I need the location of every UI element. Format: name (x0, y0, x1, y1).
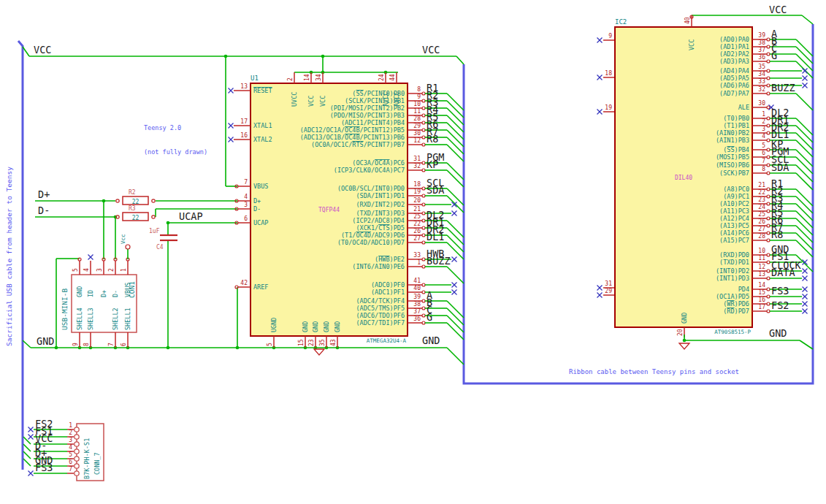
pin-number: 14 (304, 74, 310, 81)
pin-number: 13 (240, 83, 248, 90)
pin-end-circle (767, 217, 770, 220)
bus-entry (796, 233, 813, 250)
pin-end-circle (767, 188, 770, 191)
pin-end-circle (422, 265, 425, 268)
pin-number: 5 (72, 268, 79, 272)
part-ic2[interactable]: AT90S8515-P (714, 329, 751, 335)
pin-name: (ICP2/ADC8)PD4 (352, 217, 405, 224)
pin-name: (AIN1)PB3 (716, 137, 749, 144)
pin-number: 5 (69, 451, 72, 458)
net-label-R8[interactable]: R8 (427, 133, 438, 145)
bus-entry (796, 140, 813, 157)
pin-end-circle (767, 84, 770, 87)
pin-name: (SCK)PB7 (719, 169, 749, 177)
pin-name: (AD5)PA5 (719, 75, 749, 82)
pin-name: (XCK1/CTS)PD5 (356, 224, 405, 232)
pin-end-circle (767, 253, 770, 256)
pin-number: 32 (758, 86, 765, 93)
value-conn7[interactable]: B7K-PH-K-S1 (83, 438, 91, 479)
power-label-UCAP[interactable]: UCAP (179, 210, 203, 222)
value-u1[interactable]: TQFP44 (318, 207, 340, 213)
pin-number: 38 (413, 301, 421, 308)
bus-entry (447, 235, 464, 252)
usb-cable-bus[interactable] (18, 41, 23, 470)
pin-end-circle (422, 194, 425, 197)
net-label-SDA[interactable]: SDA (771, 161, 789, 173)
junction-dot (102, 199, 106, 203)
net-label-KP[interactable]: KP (427, 159, 438, 170)
pin-number: 3 (762, 126, 765, 132)
pin-end-circle (422, 314, 425, 317)
net-label-FS3[interactable]: FS3 (35, 462, 53, 473)
pin-name: D+ (253, 197, 261, 205)
pin-number: 34 (316, 74, 322, 81)
bus-entry (447, 188, 464, 205)
pin-end-circle (767, 270, 770, 272)
power-label-GND[interactable]: GND (422, 335, 440, 346)
pin-number: 12 (413, 137, 421, 144)
net-label-FS2[interactable]: FS2 (771, 299, 789, 311)
pin-number: 36 (413, 316, 421, 322)
pin-number: 25 (413, 213, 421, 220)
pin-number: 6 (762, 150, 765, 156)
pin-name: (ADC6/TDO)PF6 (356, 312, 405, 319)
value-c4[interactable]: 1uF (149, 228, 160, 234)
note-ribbon[interactable]: Ribbon cable between Teensy pins and soc… (569, 368, 739, 376)
pin-name: AREF (253, 283, 268, 291)
net-label-SDA[interactable]: SDA (427, 184, 444, 196)
value-ic2[interactable]: DIL40 (675, 175, 692, 181)
pin-name: (AIN0)PB2 (716, 129, 749, 137)
pin-number: 28 (413, 115, 421, 122)
power-label-GND[interactable]: GND (769, 327, 787, 339)
pin-number: 20 (413, 197, 421, 204)
ref-u1[interactable]: U1 (251, 75, 259, 82)
net-label-BUZZ[interactable]: BUZZ (427, 255, 451, 267)
power-label-VCC[interactable]: VCC (34, 44, 51, 56)
pin-number: 40 (413, 285, 421, 291)
ref-conn7[interactable]: CONN_7 (93, 452, 101, 475)
ref-r3[interactable]: R3 (129, 205, 136, 212)
power-label-VCC[interactable]: VCC (422, 44, 440, 56)
pin-name: (A13)PC5 (719, 222, 749, 229)
pin-end-circle (422, 219, 425, 222)
footprint-con1[interactable]: USB-MINI-B (61, 289, 69, 330)
power-label-D+[interactable]: D+ (38, 188, 50, 200)
power-label-vcc-small[interactable]: Vcc (120, 234, 126, 244)
power-label-D-[interactable]: D- (38, 205, 50, 216)
schematic-canvas[interactable]: R222R3221uFC4VCCVCCVCCGNDGNDGNDUCAPD+D-U… (0, 0, 826, 504)
net-label-DL1[interactable]: DL1 (427, 231, 444, 243)
note-teensy[interactable]: Teensy 2.0 (not fully drawn) (144, 108, 207, 172)
note-usb-cable[interactable]: Sacrificial USB cable from header to Tee… (5, 149, 13, 346)
pin-name: VCC (307, 96, 315, 107)
connector-pin-circle (74, 464, 79, 468)
pin-end-circle (767, 117, 770, 120)
pin-number: 3 (96, 268, 103, 272)
pin-end-circle (767, 195, 770, 198)
value-r3[interactable]: 22 (132, 215, 139, 221)
net-label-G[interactable]: G (427, 311, 432, 323)
connector-pin-circle (74, 471, 79, 476)
net-label-BUZZ[interactable]: BUZZ (771, 82, 795, 93)
net-label-DATA[interactable]: DATA (771, 267, 795, 278)
power-label-VCC[interactable]: VCC (769, 4, 787, 15)
bus-entry (447, 123, 464, 140)
pin-end-circle (422, 92, 425, 95)
connector-pin-circle (74, 457, 79, 461)
ref-r2[interactable]: R2 (129, 189, 136, 196)
part-u1[interactable]: ATMEGA32U4-A (367, 337, 407, 344)
value-r2[interactable]: 22 (132, 199, 139, 205)
net-label-FS3[interactable]: FS3 (771, 285, 789, 297)
ref-c4[interactable]: C4 (156, 244, 164, 251)
pin-name: (AD2)PA2 (719, 50, 749, 58)
pin-end-circle (422, 307, 425, 310)
pin-number: 30 (413, 130, 421, 137)
power-label-GND[interactable]: GND (37, 335, 54, 347)
ref-ic2[interactable]: IC2 (615, 18, 627, 26)
net-label-R8[interactable]: R8 (771, 229, 783, 240)
pin-name: (T1/OC4D/ADC9)PD6 (341, 232, 405, 239)
pin-end-circle (422, 241, 425, 244)
net-label-G[interactable]: G (771, 50, 777, 61)
pin-end-circle (767, 239, 770, 242)
pin-number: 35 (758, 64, 765, 70)
bus-entry (447, 115, 464, 132)
